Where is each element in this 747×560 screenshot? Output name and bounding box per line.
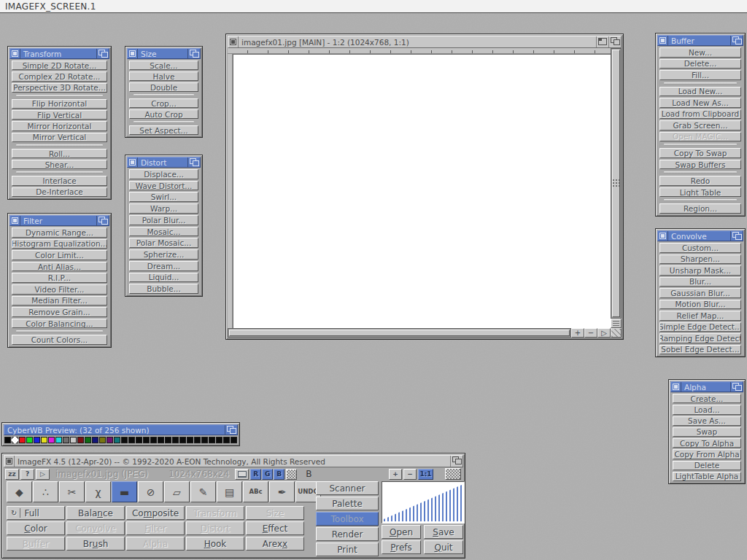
- color-swatch[interactable]: [63, 437, 69, 443]
- transform-titlebar[interactable]: Transform: [9, 48, 109, 59]
- menu-button[interactable]: Gaussian Blur...: [659, 288, 741, 298]
- color-swatch[interactable]: [92, 437, 98, 443]
- depth-icon[interactable]: [187, 49, 200, 58]
- color-swatch[interactable]: [231, 437, 237, 443]
- fill-page-tool[interactable]: ▤: [217, 481, 242, 502]
- menu-button[interactable]: Redo: [659, 176, 741, 186]
- palette-titlebar[interactable]: CyberWB Preview: (32 of 256 shown): [4, 424, 238, 435]
- depth-icon[interactable]: [730, 382, 743, 392]
- channel-red-button[interactable]: R: [250, 469, 261, 480]
- panel-button[interactable]: Toolbox: [316, 512, 379, 526]
- color-swatch[interactable]: [187, 437, 193, 443]
- menu-button[interactable]: Custom...: [659, 243, 741, 253]
- menu-button[interactable]: Delete...: [659, 59, 741, 69]
- menu-button[interactable]: Sharpen...: [659, 254, 741, 265]
- close-icon[interactable]: [10, 216, 20, 225]
- color-swatch[interactable]: [179, 437, 186, 443]
- color-swatch[interactable]: [201, 437, 208, 443]
- depth-icon[interactable]: [225, 425, 237, 435]
- pan-button[interactable]: ▷: [597, 328, 611, 338]
- menu-button[interactable]: Load...: [673, 405, 741, 414]
- color-swatch[interactable]: [41, 437, 47, 443]
- menu-button[interactable]: Open MAGIC...: [659, 132, 741, 142]
- menu-button[interactable]: Median Filter...: [12, 296, 107, 306]
- color-swatch[interactable]: [121, 437, 128, 443]
- menu-button[interactable]: Histogram Equalization...: [12, 239, 107, 249]
- depth-icon[interactable]: [96, 49, 109, 58]
- image-canvas[interactable]: [233, 54, 611, 328]
- menu-button[interactable]: Light Table: [659, 187, 741, 198]
- panel-button[interactable]: Print: [316, 542, 379, 556]
- menu-button[interactable]: Fill...: [659, 70, 741, 80]
- depth-icon[interactable]: [450, 456, 462, 467]
- command-button[interactable]: Size: [246, 506, 304, 520]
- size-titlebar[interactable]: Size: [127, 48, 201, 59]
- menu-button[interactable]: Complex 2D Rotate...: [12, 71, 107, 81]
- menu-button[interactable]: Roll...: [12, 149, 107, 158]
- menu-button[interactable]: Double: [129, 82, 198, 92]
- depth-icon[interactable]: [608, 36, 621, 47]
- close-icon[interactable]: [128, 158, 138, 167]
- command-button[interactable]: Alpha: [126, 537, 185, 551]
- menu-button[interactable]: Displace...: [129, 169, 198, 179]
- menu-button[interactable]: De-Interlace: [12, 187, 107, 197]
- command-button[interactable]: Brush: [66, 537, 125, 551]
- airbrush-dots-tool[interactable]: ∴: [33, 481, 58, 502]
- zoom-one-to-one-button[interactable]: 1:1: [418, 469, 433, 480]
- menu-button[interactable]: R.I.P...: [12, 273, 107, 283]
- channel-alpha-dither-button[interactable]: [286, 469, 297, 480]
- menu-button[interactable]: Sobel Edge Detect...: [659, 345, 741, 355]
- menu-button[interactable]: Copy To Swap: [659, 148, 741, 158]
- toolbar-titlebar[interactable]: ImageFX 4.5 (12-Apr-20) -- © 1992-2020 A…: [4, 455, 463, 467]
- depth-icon[interactable]: [96, 216, 109, 225]
- menu-button[interactable]: Delete: [673, 461, 741, 470]
- action-button[interactable]: Save: [424, 525, 463, 539]
- menu-button[interactable]: Crop...: [129, 98, 198, 108]
- polygon-tool[interactable]: ▱: [164, 481, 190, 502]
- color-swatch[interactable]: [194, 437, 201, 443]
- menu-button[interactable]: Copy From Alpha: [673, 449, 741, 459]
- menu-button[interactable]: Flip Horizontal: [12, 99, 107, 109]
- zoom-in-button[interactable]: +: [389, 469, 402, 480]
- crop-scissors-tool[interactable]: ✂: [59, 481, 85, 502]
- menu-button[interactable]: Load New...: [659, 87, 741, 97]
- menu-button[interactable]: Swirl...: [129, 192, 198, 202]
- buffer-titlebar[interactable]: Buffer: [657, 35, 743, 46]
- channel-blue-button[interactable]: B: [274, 469, 285, 480]
- ruler-toggle-button[interactable]: [611, 319, 622, 328]
- text-tool[interactable]: ABc: [243, 481, 268, 502]
- close-icon[interactable]: [128, 49, 138, 58]
- menu-button[interactable]: Grab Screen...: [659, 120, 741, 131]
- menu-button[interactable]: Auto Crop: [129, 109, 198, 119]
- alpha-titlebar[interactable]: Alpha: [670, 381, 743, 392]
- color-swatch[interactable]: [12, 437, 18, 443]
- menu-button[interactable]: Load New As...: [659, 98, 741, 108]
- color-swatch[interactable]: [85, 437, 91, 443]
- menu-button[interactable]: Liquid...: [129, 273, 198, 283]
- menu-button[interactable]: Polar Blur...: [129, 215, 198, 225]
- color-swatch[interactable]: [4, 437, 11, 443]
- menu-button[interactable]: Swap Buffers: [659, 160, 741, 170]
- color-swatch[interactable]: [70, 437, 77, 443]
- menu-button[interactable]: Create...: [673, 394, 741, 403]
- pointer-tool[interactable]: ◆: [7, 481, 32, 502]
- color-swatch[interactable]: [136, 437, 142, 443]
- menu-button[interactable]: Motion Blur...: [659, 300, 741, 310]
- menu-button[interactable]: Remove Grain...: [12, 307, 107, 317]
- command-button[interactable]: Buffer: [7, 537, 65, 551]
- close-icon[interactable]: [10, 49, 20, 58]
- menu-button[interactable]: LightTable Alpha: [673, 472, 741, 481]
- zoom-out-button[interactable]: −: [584, 328, 597, 338]
- menu-button[interactable]: Shear...: [12, 160, 107, 169]
- menu-button[interactable]: Halve: [129, 71, 198, 81]
- filter-titlebar[interactable]: Filter: [9, 215, 109, 226]
- menu-button[interactable]: Swap: [673, 427, 741, 437]
- menu-button[interactable]: Wave Distort...: [129, 181, 198, 191]
- depth-icon[interactable]: [730, 36, 743, 45]
- preview-pattern-button[interactable]: [445, 468, 461, 480]
- menu-button[interactable]: Simple Edge Detect...: [659, 322, 741, 332]
- menu-button[interactable]: Scale...: [129, 61, 198, 70]
- box-tool[interactable]: ▬: [112, 481, 137, 502]
- color-swatch[interactable]: [19, 437, 26, 443]
- sleep-button[interactable]: zz: [5, 469, 19, 480]
